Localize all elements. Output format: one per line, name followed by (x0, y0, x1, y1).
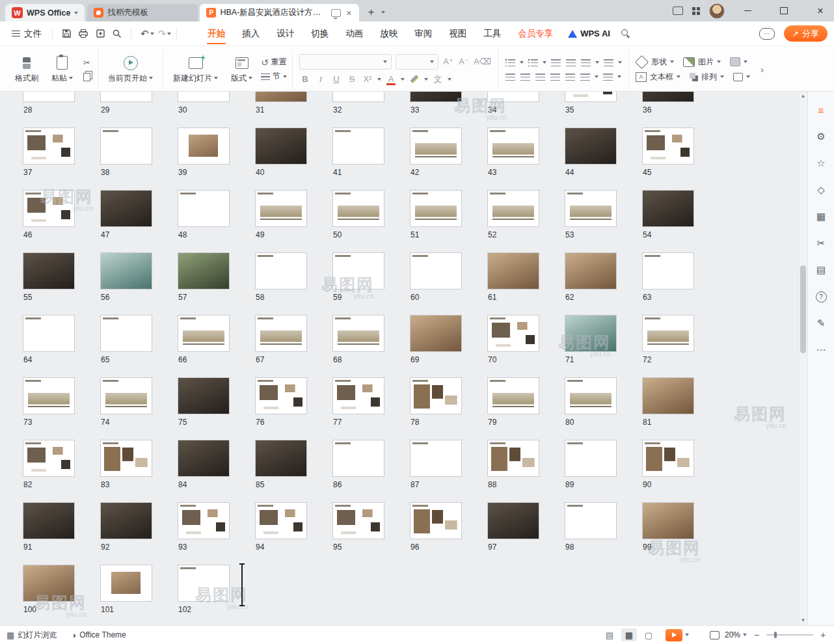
increase-font-button[interactable]: A⁺ (442, 56, 454, 68)
slide-thumbnail-39[interactable] (178, 128, 229, 164)
textbox-button[interactable]: A文本框 (636, 72, 680, 83)
doc-tab-current-document[interactable]: P HBA-新昌安岚酒店设计方案... × (200, 4, 359, 21)
slide-cell-52[interactable]: 52 (488, 191, 539, 239)
slide-thumbnail-59[interactable] (333, 253, 384, 289)
signature-icon[interactable]: ✎ (814, 317, 827, 330)
theme-indicator[interactable]: ◑ Office Theme (71, 630, 126, 640)
italic-button[interactable]: I (315, 74, 327, 85)
ribbon-tab-design[interactable]: 设计 (268, 21, 303, 46)
slide-cell-61[interactable]: 61 (488, 253, 539, 302)
scrollbar-thumb[interactable] (800, 265, 806, 353)
settings-icon[interactable]: ⚙ (814, 130, 827, 143)
slide-cell-38[interactable]: 38 (101, 128, 152, 177)
slide-thumbnail-80[interactable] (565, 378, 616, 414)
reading-view-button[interactable]: ▢ (641, 628, 656, 641)
bullet-list-button[interactable] (505, 57, 516, 67)
slide-cell-32[interactable]: 32 (333, 92, 384, 114)
slide-thumbnail-77[interactable] (333, 378, 384, 414)
new-tab-button[interactable]: + (363, 5, 379, 20)
slide-cell-78[interactable]: 78 (410, 378, 461, 427)
slide-thumbnail-99[interactable] (643, 503, 693, 539)
fill-color-button[interactable] (730, 57, 747, 66)
slide-cell-77[interactable]: 77 (333, 378, 384, 427)
section-button[interactable]: 节 (261, 71, 287, 82)
mobile-link-icon[interactable] (673, 7, 683, 15)
highlight-color-button[interactable] (409, 74, 420, 85)
slide-thumbnail-97[interactable] (488, 503, 539, 539)
slide-cell-87[interactable]: 87 (410, 440, 461, 489)
wps-ai-button[interactable]: WPS AI (561, 29, 617, 38)
underline-button[interactable]: U (330, 74, 342, 85)
arrange-button[interactable]: 排列 (690, 72, 724, 83)
print-preview-button[interactable] (109, 26, 126, 42)
slide-cell-95[interactable]: 95 (333, 503, 384, 552)
slide-cell-89[interactable]: 89 (565, 440, 616, 489)
slide-thumbnail-91[interactable] (23, 503, 74, 539)
slide-cell-48[interactable]: 48 (178, 191, 229, 239)
numbered-list-button[interactable] (528, 57, 539, 67)
slide-cell-73[interactable]: 73 (23, 378, 74, 427)
character-spacing-button[interactable] (603, 57, 614, 67)
slide-thumbnail-84[interactable] (178, 440, 229, 476)
export-pdf-button[interactable] (92, 26, 109, 42)
ribbon-tab-insert[interactable]: 插入 (234, 21, 268, 46)
slide-cell-70[interactable]: 70 (488, 315, 539, 364)
slide-thumbnail-43[interactable] (488, 128, 539, 164)
slide-cell-93[interactable]: 93 (178, 503, 229, 552)
ribbon-tab-transition[interactable]: 切换 (303, 21, 337, 46)
slide-thumbnail-71[interactable] (565, 315, 616, 351)
slide-thumbnail-49[interactable] (256, 191, 306, 226)
slide-cell-100[interactable]: 100 (23, 565, 74, 614)
slide-cell-64[interactable]: 64 (23, 315, 74, 364)
slide-thumbnail-47[interactable] (101, 191, 152, 226)
slide-thumbnail-41[interactable] (333, 128, 384, 164)
slide-thumbnail-48[interactable] (178, 191, 229, 226)
slide-thumbnail-58[interactable] (256, 253, 306, 289)
slide-thumbnail-76[interactable] (256, 378, 306, 414)
slide-thumbnail-86[interactable] (333, 440, 384, 476)
slide-thumbnail-46[interactable] (23, 191, 74, 226)
share-button[interactable]: ↗ 分享 (784, 25, 827, 42)
picture-button[interactable]: 图片 (683, 57, 721, 68)
cutout-tool-icon[interactable]: ✂ (814, 237, 827, 250)
search-icon[interactable] (621, 29, 630, 38)
line-spacing-button[interactable] (580, 72, 591, 81)
slide-thumbnail-32[interactable] (333, 92, 384, 101)
slide-cell-85[interactable]: 85 (256, 440, 306, 489)
user-avatar[interactable] (709, 3, 725, 19)
slide-cell-28[interactable]: 28 (23, 92, 74, 114)
ribbon-tab-slideshow[interactable]: 放映 (371, 21, 406, 46)
slide-cell-60[interactable]: 60 (410, 253, 461, 302)
shapes-button[interactable]: 形状 (636, 57, 674, 68)
star-resources-icon[interactable]: ☆ (814, 157, 827, 170)
text-effect-button[interactable]: 文 (432, 74, 444, 85)
redo-chevron-icon[interactable] (167, 33, 171, 35)
shapes-panel-icon[interactable]: ◇ (814, 183, 827, 196)
slide-cell-63[interactable]: 63 (643, 253, 693, 302)
slide-cell-67[interactable]: 67 (256, 315, 306, 364)
template-library-icon[interactable]: ▤ (814, 263, 827, 276)
strikethrough-button[interactable]: S (346, 74, 358, 85)
slide-thumbnail-30[interactable] (178, 92, 229, 101)
slide-thumbnail-90[interactable] (643, 440, 693, 476)
slide-thumbnail-70[interactable] (488, 315, 539, 351)
slide-thumbnail-67[interactable] (256, 315, 306, 351)
ribbon-tab-member[interactable]: 会员专享 (509, 21, 561, 46)
align-center-button[interactable] (520, 72, 531, 81)
slide-thumbnail-74[interactable] (101, 378, 152, 414)
slide-cell-57[interactable]: 57 (178, 253, 229, 302)
slide-thumbnail-55[interactable] (23, 253, 74, 289)
slide-cell-62[interactable]: 62 (565, 253, 616, 302)
close-tab-icon[interactable]: × (345, 8, 353, 18)
slide-thumbnail-102[interactable] (178, 565, 229, 601)
zoom-slider-thumb[interactable] (774, 632, 777, 638)
slide-sorter-view-button[interactable]: ▦ (621, 628, 637, 641)
slide-thumbnail-96[interactable] (410, 503, 461, 539)
normal-view-button[interactable]: ▤ (602, 628, 617, 641)
chart-panel-icon[interactable]: ▦ (814, 210, 827, 223)
slide-thumbnail-31[interactable] (256, 92, 306, 101)
slide-cell-101[interactable]: 101 (101, 565, 152, 614)
increase-indent-button[interactable] (565, 57, 576, 67)
undo-button[interactable]: ↶ (141, 28, 154, 40)
slide-cell-88[interactable]: 88 (488, 440, 539, 489)
